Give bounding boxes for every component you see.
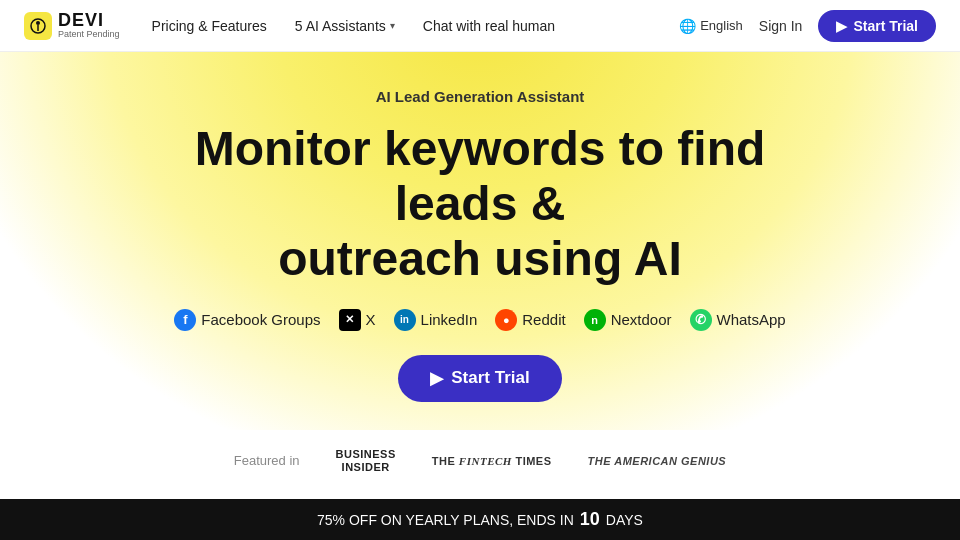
- featured-section: Featured in BUSINESSINSIDER THE FINTECH …: [0, 430, 960, 486]
- linkedin-icon: in: [394, 309, 416, 331]
- fintech-times-logo: THE FINTECH TIMES: [432, 455, 552, 467]
- sign-in-link[interactable]: Sign In: [759, 18, 803, 34]
- cta-icon: ▶: [430, 368, 443, 389]
- platform-whatsapp: ✆ WhatsApp: [690, 309, 786, 331]
- logo-area[interactable]: DEVI Patent Pending: [24, 11, 120, 41]
- promo-banner: 75% OFF ON YEARLY PLANS, ENDS IN 10 DAYS: [0, 499, 960, 540]
- reddit-icon: ●: [495, 309, 517, 331]
- american-genius-logo: The American Genius: [588, 455, 727, 467]
- nextdoor-icon: n: [584, 309, 606, 331]
- logo-patent: Patent Pending: [58, 30, 120, 40]
- platforms-list: f Facebook Groups ✕ X in LinkedIn ● Redd…: [20, 309, 940, 331]
- nav-right: 🌐 English Sign In ▶ Start Trial: [679, 10, 936, 42]
- hero-title: Monitor keywords to find leads & outreac…: [130, 121, 830, 287]
- start-trial-cta-button[interactable]: ▶ Start Trial: [398, 355, 561, 402]
- start-trial-nav-button[interactable]: ▶ Start Trial: [818, 10, 936, 42]
- logo-text: DEVI: [58, 11, 120, 31]
- translate-icon: 🌐: [679, 18, 696, 34]
- logo-icon: [24, 12, 52, 40]
- banner-text-start: 75% OFF ON YEARLY PLANS, ENDS IN: [317, 512, 574, 528]
- hero-section: AI Lead Generation Assistant Monitor key…: [0, 52, 960, 430]
- trial-icon: ▶: [836, 18, 847, 34]
- platform-linkedin: in LinkedIn: [394, 309, 478, 331]
- language-selector[interactable]: 🌐 English: [679, 18, 743, 34]
- platform-facebook: f Facebook Groups: [174, 309, 320, 331]
- nav-links: Pricing & Features 5 AI Assistants ▾ Cha…: [152, 18, 680, 34]
- featured-in-label: Featured in: [234, 453, 300, 468]
- platform-reddit: ● Reddit: [495, 309, 565, 331]
- platform-x: ✕ X: [339, 309, 376, 331]
- nav-chat[interactable]: Chat with real human: [423, 18, 555, 34]
- nav-pricing[interactable]: Pricing & Features: [152, 18, 267, 34]
- whatsapp-icon: ✆: [690, 309, 712, 331]
- svg-point-1: [36, 21, 40, 25]
- business-insider-logo: BUSINESSINSIDER: [336, 448, 396, 474]
- nav-assistants[interactable]: 5 AI Assistants ▾: [295, 18, 395, 34]
- x-icon: ✕: [339, 309, 361, 331]
- navbar: DEVI Patent Pending Pricing & Features 5…: [0, 0, 960, 52]
- platform-nextdoor: n Nextdoor: [584, 309, 672, 331]
- chevron-down-icon: ▾: [390, 20, 395, 31]
- banner-text-end: DAYS: [606, 512, 643, 528]
- hero-subtitle: AI Lead Generation Assistant: [20, 88, 940, 105]
- banner-days: 10: [580, 509, 600, 530]
- facebook-icon: f: [174, 309, 196, 331]
